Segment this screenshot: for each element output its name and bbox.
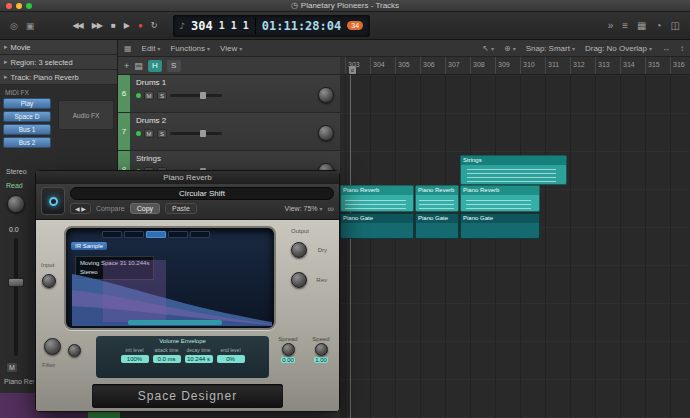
mute-button[interactable]: M [144, 129, 154, 138]
plugin-slot-play[interactable]: Play [3, 98, 51, 109]
send-slot-bus1[interactable]: Bus 1 [3, 124, 51, 135]
zoom-horizontal-icon[interactable]: ↔ [662, 44, 670, 53]
chevrons-icon[interactable]: » [608, 20, 614, 31]
automation-mode[interactable]: Read [6, 182, 23, 189]
inspector-row-region[interactable]: ▸ Region: 3 selected [0, 55, 117, 70]
functions-menu[interactable]: Functions ▾ [170, 44, 210, 53]
zoom-vertical-icon[interactable]: ↕ [680, 44, 684, 53]
bar-ruler[interactable]: 303 304 305 306 307 308 309 310 311 312 … [340, 57, 690, 75]
plugin-window-space-designer[interactable]: Piano Reverb Circular Shift ◀ ▶ Compare … [35, 170, 340, 412]
track-header-drums1[interactable]: 6 Drums 1 M S [118, 75, 340, 113]
snap-menu[interactable]: Snap: Smart ▾ [526, 44, 575, 53]
cycle-button[interactable]: ↻ [151, 21, 157, 30]
compare-button[interactable]: Compare [96, 205, 125, 212]
output-slot[interactable]: Stereo [6, 168, 27, 175]
library-icon[interactable]: ◎ [10, 21, 18, 31]
filter-knob-2[interactable] [68, 344, 81, 357]
solo-button[interactable]: S [157, 91, 167, 100]
functions-menu-label: Functions [170, 44, 205, 53]
region-piano-reverb-2[interactable]: Piano Reverb [415, 185, 459, 212]
record-enable-led[interactable] [136, 93, 141, 98]
screen-tab[interactable] [168, 231, 188, 238]
play-button[interactable]: ▶ [124, 21, 129, 30]
solo-button[interactable]: S [157, 129, 167, 138]
pointer-tool-menu[interactable]: ↖ ▾ [482, 44, 494, 53]
plugin-title[interactable]: Piano Reverb [36, 171, 339, 184]
paste-button[interactable]: Paste [165, 203, 197, 214]
dry-knob[interactable] [291, 242, 307, 258]
view-scale-menu[interactable]: View: 75% ▾ [285, 205, 323, 212]
audio-fx-box[interactable]: Audio FX [58, 100, 114, 130]
mixer-icon[interactable]: ▦ [637, 20, 646, 31]
screen-tab[interactable] [190, 231, 210, 238]
preset-selector[interactable]: Circular Shift [70, 187, 334, 200]
screen-tab[interactable] [124, 231, 144, 238]
lcd-display[interactable]: ♪ 304 1 1 1 01:11:28:04 34 [173, 15, 371, 37]
edit-menu[interactable]: Edit ▾ [142, 44, 161, 53]
spread-value[interactable]: 0.00 [281, 357, 295, 363]
copy-button[interactable]: Copy [130, 203, 160, 214]
record-enable-led[interactable] [136, 131, 141, 136]
duplicate-track-button[interactable]: ▤ [134, 61, 143, 71]
grid-icon[interactable]: ▦ [124, 44, 132, 53]
inspector-row-track[interactable]: ▸ Track: Piano Reverb [0, 70, 117, 85]
quick-help-icon[interactable]: ▣ [26, 21, 35, 31]
next-preset-icon[interactable]: ▶ [81, 206, 86, 212]
spread-knob[interactable] [282, 343, 295, 356]
region-piano-reverb-3[interactable]: Piano Reverb [460, 185, 540, 212]
media-browser-icon[interactable]: ◫ [671, 20, 680, 31]
region-piano-gate-1[interactable]: Piano Gate [340, 213, 414, 239]
plugin-slot-space-designer[interactable]: Space D [3, 111, 51, 122]
add-track-button[interactable]: + [124, 61, 129, 71]
channel-mute-button[interactable]: M [6, 362, 18, 373]
rev-knob[interactable] [291, 272, 307, 288]
track-header-drums2[interactable]: 7 Drums 2 M S [118, 113, 340, 151]
record-button[interactable]: ● [138, 21, 142, 30]
speed-knob[interactable] [315, 343, 328, 356]
forward-button[interactable]: ▶▶ [92, 21, 102, 30]
ir-sample-menu[interactable]: IR Sample [71, 242, 107, 250]
arrange-area[interactable]: Strings Piano Reverb Piano Reverb Piano … [340, 75, 690, 418]
view-menu[interactable]: View ▾ [220, 44, 242, 53]
list-editors-icon[interactable]: ≡ [622, 20, 628, 31]
volume-fader-handle[interactable] [8, 278, 24, 287]
rewind-button[interactable]: ◀◀ [72, 21, 82, 30]
screen-tab[interactable] [102, 231, 122, 238]
pan-knob[interactable] [7, 195, 25, 213]
ir-length-bar[interactable] [128, 320, 222, 325]
param-value[interactable]: 0.0 ms [153, 355, 181, 363]
global-solo-button[interactable]: S [167, 60, 181, 72]
filter-knob-1[interactable] [44, 338, 61, 355]
input-knob[interactable] [42, 274, 56, 288]
drag-value: No Overlap [607, 44, 647, 53]
stop-button[interactable]: ■ [111, 21, 115, 30]
pan-knob[interactable] [318, 125, 334, 141]
plugin-power-button[interactable] [41, 187, 65, 215]
drag-menu[interactable]: Drag: No Overlap ▾ [585, 44, 652, 53]
speed-value[interactable]: 1.00 [314, 357, 328, 363]
playhead[interactable] [350, 75, 351, 418]
param-value[interactable]: 10.244 s [185, 355, 213, 363]
region-piano-gate-2[interactable]: Piano Gate [415, 213, 459, 239]
volume-slider[interactable] [170, 132, 222, 135]
prev-preset-icon[interactable]: ◀ [75, 206, 80, 212]
region-piano-gate-3[interactable]: Piano Gate [460, 213, 540, 239]
screen-tab-active[interactable] [146, 231, 166, 238]
region-piano-reverb-1[interactable]: Piano Reverb [340, 185, 414, 212]
inspector-row-movie[interactable]: ▸ Movie [0, 40, 117, 55]
loop-browser-icon[interactable]: ◔ [656, 20, 662, 31]
param-value[interactable]: 0% [217, 355, 245, 363]
link-icon[interactable]: ∞ [328, 204, 334, 214]
volume-slider-handle[interactable] [200, 130, 206, 137]
volume-fader-track[interactable] [14, 238, 18, 356]
secondary-tool-menu[interactable]: ⊕ ▾ [504, 44, 516, 53]
global-hide-button[interactable]: H [148, 60, 162, 72]
volume-slider-handle[interactable] [200, 92, 206, 99]
volume-slider[interactable] [170, 94, 222, 97]
send-slot-bus2[interactable]: Bus 2 [3, 137, 51, 148]
param-value[interactable]: 100% [121, 355, 149, 363]
mute-button[interactable]: M [144, 91, 154, 100]
region-strings[interactable]: Strings [460, 155, 567, 185]
marker-flag[interactable]: c [349, 66, 356, 74]
pan-knob[interactable] [318, 87, 334, 103]
